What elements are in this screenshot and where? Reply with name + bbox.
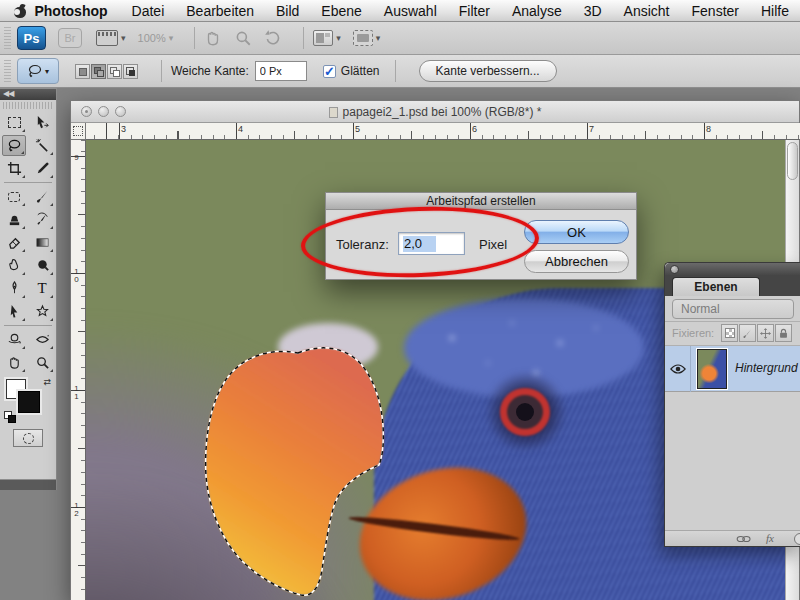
- menu-fenster[interactable]: Fenster: [681, 0, 750, 22]
- eraser-tool-button[interactable]: [2, 232, 26, 253]
- healing-patch-tool-button[interactable]: [2, 186, 26, 207]
- menu-filter[interactable]: Filter: [448, 0, 501, 22]
- menu-photoshop[interactable]: Photoshop: [21, 0, 120, 22]
- type-tool-button[interactable]: T: [30, 278, 54, 299]
- zoom-tool-button-toolbox[interactable]: [30, 352, 54, 373]
- path-selection-tool-button[interactable]: [2, 301, 26, 322]
- blend-mode-dropdown[interactable]: Normal: [672, 299, 794, 319]
- zoom-tool-button[interactable]: [234, 29, 252, 47]
- toolbox-drag-area[interactable]: [3, 102, 53, 109]
- layer-thumbnail[interactable]: [697, 349, 727, 389]
- bridge-button[interactable]: Br: [58, 28, 82, 48]
- drag-grip[interactable]: [4, 60, 11, 82]
- menu-ebene[interactable]: Ebene: [310, 0, 372, 22]
- layer-row-hintergrund[interactable]: Hintergrund: [665, 346, 800, 392]
- crop-icon: [7, 161, 22, 176]
- smudge-finger-icon: [7, 258, 22, 273]
- menu-ansicht[interactable]: Ansicht: [613, 0, 681, 22]
- clone-stamp-tool-button[interactable]: [2, 209, 26, 230]
- eyedropper-tool-button[interactable]: [30, 158, 54, 179]
- dialog-titlebar[interactable]: Arbeitspfad erstellen: [326, 193, 636, 210]
- lock-transparency-icon: [725, 328, 735, 338]
- new-selection-button[interactable]: [75, 64, 90, 79]
- pen-tool-button[interactable]: [2, 278, 26, 299]
- ruler-number: 5: [355, 124, 360, 134]
- ruler-number: 11: [73, 385, 80, 401]
- toolbox-collapse-button[interactable]: ◀◀: [0, 89, 56, 100]
- refine-edge-button[interactable]: Kante verbessern...: [419, 60, 557, 82]
- brush-lock-icon: [742, 328, 753, 339]
- 3d-rotate-icon: [7, 332, 22, 347]
- 3d-rotate-tool-button[interactable]: [2, 329, 26, 350]
- rotate-view-button[interactable]: [264, 29, 282, 47]
- menu-hilfe[interactable]: Hilfe: [750, 0, 800, 22]
- lock-label: Fixieren:: [672, 327, 714, 339]
- magnifier-icon: [234, 29, 252, 47]
- ruler-number: 3: [121, 124, 126, 134]
- lock-transparency-button[interactable]: [721, 324, 738, 342]
- smudge-tool-button[interactable]: [2, 255, 26, 276]
- lasso-tool-button[interactable]: [2, 135, 26, 156]
- magic-wand-tool-button[interactable]: [30, 135, 54, 156]
- menu-analyse[interactable]: Analyse: [501, 0, 573, 22]
- marquee-tool-button[interactable]: [2, 112, 26, 133]
- crop-tool-button[interactable]: [2, 158, 26, 179]
- burn-tool-button[interactable]: [30, 255, 54, 276]
- lock-pixels-button[interactable]: [739, 324, 756, 342]
- panel-titlebar[interactable]: [665, 263, 800, 275]
- hand-tool-button[interactable]: [204, 29, 222, 47]
- move-lock-icon: [760, 328, 771, 339]
- menu-auswahl[interactable]: Auswahl: [373, 0, 448, 22]
- swap-colors-icon[interactable]: ⇄: [43, 377, 51, 387]
- quick-mask-button[interactable]: [13, 429, 43, 447]
- zoom-level-dropdown[interactable]: 100%▾: [138, 32, 174, 44]
- lock-position-button[interactable]: [757, 324, 774, 342]
- custom-shape-icon: [35, 304, 50, 319]
- menu-datei[interactable]: Datei: [121, 0, 176, 22]
- collapse-arrows-icon: ◀◀: [3, 89, 13, 98]
- screen-mode-dropdown[interactable]: ▾: [353, 30, 381, 46]
- scrollbar-thumb[interactable]: [787, 142, 798, 180]
- antialias-checkbox[interactable]: ✓: [323, 65, 336, 78]
- default-colors-icon[interactable]: [4, 411, 16, 423]
- guides-extras-button[interactable]: ▾: [96, 30, 126, 46]
- link-layers-icon[interactable]: [736, 534, 752, 544]
- intersect-selection-button[interactable]: [123, 64, 138, 79]
- vertical-ruler[interactable]: 9 10 11 12: [71, 140, 86, 600]
- cancel-button[interactable]: Abbrechen: [524, 250, 629, 273]
- selection-arrow-icon: [7, 304, 22, 319]
- gradient-tool-button[interactable]: [30, 232, 54, 253]
- arrange-documents-icon: [313, 30, 333, 46]
- horizontal-ruler[interactable]: 3 4 5 6 7 8: [86, 123, 800, 140]
- brush-tool-button[interactable]: [30, 186, 54, 207]
- ok-button[interactable]: OK: [524, 220, 629, 244]
- panel-close-button[interactable]: [670, 265, 679, 274]
- feather-input[interactable]: [255, 61, 307, 81]
- menu-3d[interactable]: 3D: [573, 0, 613, 22]
- 3d-orbit-tool-button[interactable]: [30, 329, 54, 350]
- layer-style-icon[interactable]: fx: [766, 532, 774, 544]
- subtract-from-selection-button[interactable]: [107, 64, 122, 79]
- selection-mode-group: [75, 64, 138, 79]
- add-to-selection-button[interactable]: [91, 64, 106, 79]
- tab-ebenen[interactable]: Ebenen: [672, 277, 760, 296]
- move-tool-button[interactable]: [30, 112, 54, 133]
- lasso-tool-preset[interactable]: ▾: [17, 58, 59, 84]
- menu-bild[interactable]: Bild: [265, 0, 310, 22]
- arrange-documents-dropdown[interactable]: ▾: [313, 30, 341, 46]
- hand-tool-button-toolbox[interactable]: [2, 352, 26, 373]
- apple-menu-icon[interactable]: [14, 4, 17, 18]
- menu-bearbeiten[interactable]: Bearbeiten: [175, 0, 265, 22]
- hand-icon: [204, 29, 222, 47]
- burn-icon: [35, 258, 50, 273]
- ruler-corner[interactable]: [71, 123, 86, 140]
- background-color-swatch[interactable]: [18, 391, 40, 413]
- layer-mask-icon[interactable]: [794, 533, 800, 545]
- history-brush-tool-button[interactable]: [30, 209, 54, 230]
- lasso-icon: [27, 63, 43, 79]
- lock-all-button[interactable]: [775, 324, 792, 342]
- drag-grip[interactable]: [4, 27, 11, 49]
- shape-tool-button[interactable]: [30, 301, 54, 322]
- document-titlebar[interactable]: papagei2_1.psd bei 100% (RGB/8*) *: [71, 101, 799, 123]
- layer-visibility-toggle[interactable]: [665, 346, 691, 392]
